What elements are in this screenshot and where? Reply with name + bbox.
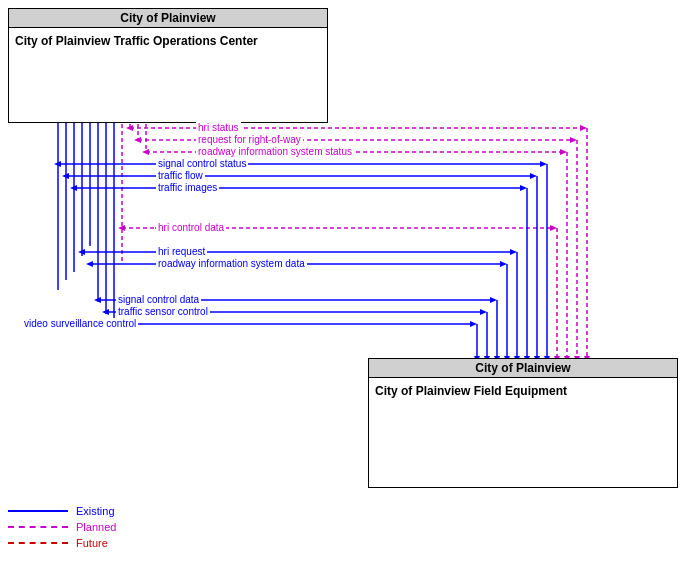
- legend: Existing Planned Future: [8, 505, 116, 549]
- svg-marker-33: [560, 149, 567, 155]
- left-box-body: City of Plainview Traffic Operations Cen…: [8, 28, 328, 123]
- svg-marker-83: [142, 149, 149, 155]
- flow-roadway-info-data: roadway information system data: [156, 258, 307, 269]
- svg-marker-25: [480, 309, 487, 315]
- svg-marker-35: [550, 225, 557, 231]
- legend-future-line: [8, 542, 68, 544]
- flow-hri-request: hri request: [156, 246, 207, 257]
- flow-signal-control-data: signal control data: [116, 294, 201, 305]
- left-box: City of Plainview City of Plainview Traf…: [8, 8, 328, 123]
- flow-traffic-images: traffic images: [156, 182, 219, 193]
- svg-marker-27: [470, 321, 477, 327]
- svg-marker-69: [86, 261, 93, 267]
- flow-video-surveillance: video surveillance control: [22, 318, 138, 329]
- svg-marker-15: [530, 173, 537, 179]
- svg-marker-61: [54, 161, 61, 167]
- flow-traffic-flow: traffic flow: [156, 170, 205, 181]
- svg-marker-23: [490, 297, 497, 303]
- legend-existing-label: Existing: [76, 505, 115, 517]
- legend-planned: Planned: [8, 521, 116, 533]
- svg-marker-63: [62, 173, 69, 179]
- svg-marker-13: [540, 161, 547, 167]
- flow-traffic-sensor: traffic sensor control: [116, 306, 210, 317]
- flow-hri-status: hri status: [196, 122, 241, 133]
- legend-planned-line: [8, 526, 68, 528]
- left-box-header: City of Plainview: [8, 8, 328, 28]
- svg-marker-65: [70, 185, 77, 191]
- legend-planned-label: Planned: [76, 521, 116, 533]
- svg-marker-73: [102, 309, 109, 315]
- diagram-container: City of Plainview City of Plainview Traf…: [0, 0, 692, 567]
- right-box-body: City of Plainview Field Equipment: [368, 378, 678, 488]
- svg-marker-17: [520, 185, 527, 191]
- flow-request-row: request for right-of-way: [196, 134, 303, 145]
- right-box: City of Plainview City of Plainview Fiel…: [368, 358, 678, 488]
- svg-marker-19: [510, 249, 517, 255]
- right-box-header: City of Plainview: [368, 358, 678, 378]
- svg-marker-31: [570, 137, 577, 143]
- flow-roadway-status: roadway information system status: [196, 146, 354, 157]
- svg-marker-77: [118, 225, 125, 231]
- svg-marker-21: [500, 261, 507, 267]
- legend-existing: Existing: [8, 505, 116, 517]
- svg-marker-81: [134, 137, 141, 143]
- legend-future-label: Future: [76, 537, 108, 549]
- svg-marker-29: [580, 125, 587, 131]
- legend-existing-line: [8, 510, 68, 512]
- flow-signal-control-status: signal control status: [156, 158, 248, 169]
- legend-future: Future: [8, 537, 116, 549]
- svg-marker-67: [78, 249, 85, 255]
- svg-marker-71: [94, 297, 101, 303]
- flow-hri-control-data: hri control data: [156, 222, 226, 233]
- svg-marker-79: [126, 125, 133, 131]
